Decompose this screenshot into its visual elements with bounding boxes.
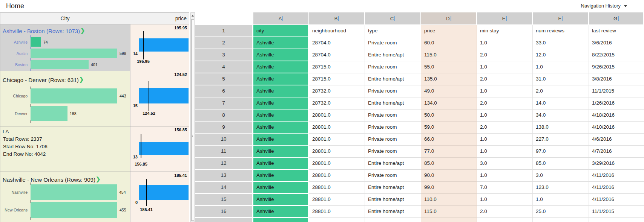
cell-neighbourhood[interactable]: 28715.0 <box>309 61 365 73</box>
row-number-cell[interactable]: 14 <box>195 182 253 194</box>
cell-type[interactable]: Entire home/apt <box>365 73 421 85</box>
cell-num-reviews[interactable]: 97.0 <box>533 146 589 158</box>
cell-type[interactable]: Entire home/apt <box>365 206 421 218</box>
category-bar[interactable] <box>31 49 117 58</box>
cell-min-stay[interactable]: 1.0 <box>477 170 533 182</box>
cell-num-reviews[interactable]: 34.0 <box>533 109 589 122</box>
cell-city[interactable]: Ashville <box>253 61 309 73</box>
cell-price[interactable]: 134.0 <box>421 97 477 109</box>
cell-num-reviews[interactable]: 123.0 <box>533 182 589 194</box>
cell-num-reviews[interactable]: 25.0 <box>533 206 589 218</box>
row-number-cell[interactable]: 7 <box>195 97 253 109</box>
cell-num-reviews[interactable]: 227.0 <box>533 134 589 146</box>
price-range-bar[interactable] <box>139 142 189 155</box>
cell-min-stay[interactable]: 1.0 <box>477 61 533 73</box>
drilldown-chevron-icon[interactable]: ❯ <box>80 27 85 33</box>
cell-neighbourhood[interactable]: 28801.0 <box>309 182 365 194</box>
cell-num-reviews[interactable]: 1.0 <box>533 61 589 73</box>
cell-last-review[interactable]: 3/29/2016 <box>589 158 644 170</box>
cell-min-stay[interactable]: 1.0 <box>477 85 533 97</box>
cell-num-reviews[interactable]: 138.0 <box>533 122 589 134</box>
category-bar[interactable] <box>31 60 89 69</box>
group-title[interactable]: Ashville - Boston (Rows: 1073)❯ <box>3 28 85 35</box>
cell-price[interactable]: 115.0 <box>421 49 477 61</box>
cell-last-review[interactable]: 4/7/2016 <box>589 146 644 158</box>
cell-num-reviews[interactable]: 1.0 <box>533 194 589 206</box>
group-title[interactable]: Chicago - Denver (Rows: 631)❯ <box>3 77 84 84</box>
group-title[interactable]: Nashville - New Orleans (Rows: 909)❯ <box>3 176 101 183</box>
cell-last-review[interactable]: 4/6/2016 <box>589 134 644 146</box>
cell-neighbourhood[interactable] <box>309 218 365 222</box>
cell-neighbourhood[interactable]: 28704.0 <box>309 49 365 61</box>
cell-num-reviews[interactable]: 14.0 <box>533 97 589 109</box>
cell-min-stay[interactable]: 2.0 <box>477 73 533 85</box>
cell-type[interactable]: Private room <box>365 37 421 49</box>
cell-type[interactable]: Entire home/apt <box>365 49 421 61</box>
navigation-history-dropdown[interactable]: Navigation History <box>581 3 627 9</box>
cell-neighbourhood[interactable]: 28801.0 <box>309 146 365 158</box>
cell-last-review[interactable]: 3/6/2016 <box>589 37 644 49</box>
cell-price[interactable]: 99.0 <box>421 182 477 194</box>
row-number-cell[interactable]: 13 <box>195 170 253 182</box>
cell-neighbourhood[interactable]: 28801.0 <box>309 109 365 122</box>
category-bar[interactable] <box>31 88 117 103</box>
category-bar[interactable] <box>31 106 67 121</box>
cell-last-review[interactable]: 1/26/2016 <box>589 97 644 109</box>
city-column-header[interactable]: City <box>0 13 130 24</box>
cell-price[interactable]: 115.0 <box>421 206 477 218</box>
cell-min-stay[interactable]: 1.0 <box>477 37 533 49</box>
cell-last-review[interactable]: 9/26/2015 <box>589 61 644 73</box>
column-header-E[interactable]: E <box>477 12 533 24</box>
cell-last-review[interactable]: 11/1/2015 <box>589 85 644 97</box>
category-bar[interactable] <box>31 202 117 218</box>
drilldown-chevron-icon[interactable]: ❯ <box>96 176 101 182</box>
row-number-cell[interactable]: 12 <box>195 158 253 170</box>
cell-neighbourhood[interactable]: 28801.0 <box>309 194 365 206</box>
cell-neighbourhood[interactable]: 28801.0 <box>309 122 365 134</box>
cell-city[interactable]: Ashville <box>253 37 309 49</box>
cell-num-reviews[interactable]: 12.0 <box>533 49 589 61</box>
row-number-cell[interactable]: 6 <box>195 85 253 97</box>
cell-neighbourhood[interactable]: 28801.0 <box>309 134 365 146</box>
row-number-cell[interactable]: 4 <box>195 61 253 73</box>
scrollbar-thumb[interactable] <box>191 19 194 221</box>
cell-last-review[interactable]: 4/18/2016 <box>589 109 644 122</box>
cell-num-reviews[interactable]: 2.0 <box>533 85 589 97</box>
row-number-cell[interactable]: 3 <box>195 49 253 61</box>
cell-city[interactable]: Ashville <box>253 158 309 170</box>
cell-min-stay[interactable]: 2.0 <box>477 49 533 61</box>
cell-price[interactable]: 135.0 <box>421 73 477 85</box>
cell-min-stay[interactable]: 7.0 <box>477 182 533 194</box>
cell-last-review[interactable]: 3/8/2016 <box>589 73 644 85</box>
cell-price[interactable]: 55.0 <box>421 61 477 73</box>
cell-city[interactable]: Ashville <box>253 206 309 218</box>
cell-min-stay[interactable]: 1.0 <box>477 109 533 122</box>
category-bar[interactable] <box>31 37 41 47</box>
cell-city[interactable]: city <box>253 25 309 37</box>
cell-num-reviews[interactable]: 33.0 <box>533 37 589 49</box>
cell-city[interactable]: Ashville <box>253 134 309 146</box>
cell-min-stay[interactable]: 2.0 <box>477 97 533 109</box>
cell-last-review[interactable]: 4/10/2016 <box>589 122 644 134</box>
cell-last-review[interactable]: last review <box>589 25 644 37</box>
cell-neighbourhood[interactable]: neighbourhood <box>309 25 365 37</box>
column-header-A[interactable]: A <box>253 12 309 24</box>
cell-price[interactable]: price <box>421 25 477 37</box>
price-range-bar[interactable] <box>139 38 189 52</box>
cell-city[interactable]: Ashville <box>253 97 309 109</box>
vertical-scrollbar[interactable] <box>190 12 195 222</box>
row-number-cell[interactable]: 15 <box>195 194 253 206</box>
cell-min-stay[interactable] <box>477 218 533 222</box>
cell-last-review[interactable]: 4/11/2016 <box>589 194 644 206</box>
cell-type[interactable]: Private room <box>365 134 421 146</box>
cell-city[interactable]: Ashville <box>253 146 309 158</box>
cell-city[interactable] <box>253 218 309 222</box>
cell-price[interactable]: 85.0 <box>421 158 477 170</box>
cell-type[interactable] <box>365 218 421 222</box>
cell-last-review[interactable]: 11/1/2015 <box>589 206 644 218</box>
cell-last-review[interactable]: 4/11/2016 <box>589 182 644 194</box>
cell-city[interactable]: Ashville <box>253 49 309 61</box>
cell-price[interactable]: 60.0 <box>421 37 477 49</box>
row-number-cell[interactable]: 10 <box>195 134 253 146</box>
cell-num-reviews[interactable]: 85.0 <box>533 158 589 170</box>
